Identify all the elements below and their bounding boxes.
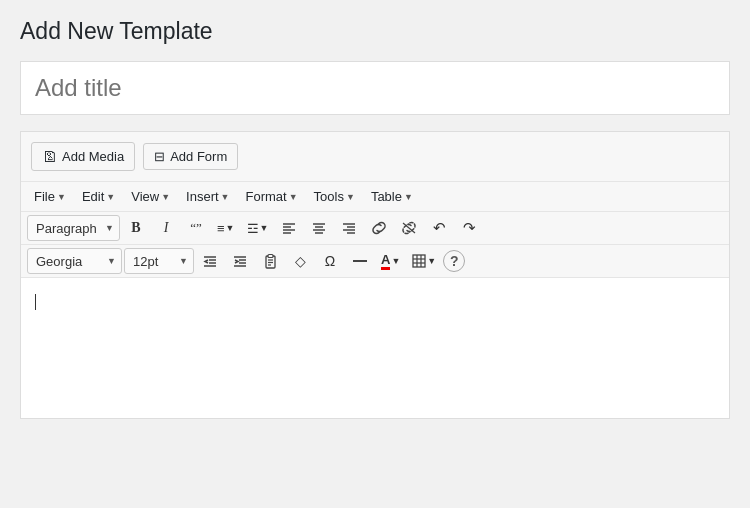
bold-button[interactable]: B	[122, 215, 150, 241]
svg-rect-22	[268, 255, 273, 258]
media-bar: 🖻 Add Media ⊟ Add Form	[21, 132, 729, 182]
align-left-button[interactable]	[275, 215, 303, 241]
add-media-button[interactable]: 🖻 Add Media	[31, 142, 135, 171]
paste-text-button[interactable]	[256, 248, 284, 274]
menu-edit[interactable]: Edit ▼	[75, 185, 122, 208]
add-form-icon: ⊟	[154, 149, 165, 164]
menu-file-arrow: ▼	[57, 192, 66, 202]
page-title: Add New Template	[20, 18, 730, 45]
size-select-wrap: 12pt 8pt 10pt 14pt 16pt ▼	[124, 248, 194, 274]
redo-button[interactable]: ↷	[455, 215, 483, 241]
align-right-button[interactable]	[335, 215, 363, 241]
font-select-wrap: Georgia Arial Times New Roman ▼	[27, 248, 122, 274]
menu-insert-arrow: ▼	[221, 192, 230, 202]
toolbar-row-2: Georgia Arial Times New Roman ▼ 12pt 8pt…	[21, 245, 729, 278]
page-container: Add New Template 🖻 Add Media ⊟ Add Form …	[0, 0, 750, 439]
add-form-button[interactable]: ⊟ Add Form	[143, 143, 238, 170]
cursor	[35, 294, 36, 310]
menu-view[interactable]: View ▼	[124, 185, 177, 208]
clear-formatting-button[interactable]: ◇	[286, 248, 314, 274]
menu-table[interactable]: Table ▼	[364, 185, 420, 208]
menu-edit-arrow: ▼	[106, 192, 115, 202]
blockquote-button[interactable]: “”	[182, 215, 210, 241]
editor-body[interactable]	[21, 278, 729, 418]
menu-tools-arrow: ▼	[346, 192, 355, 202]
undo-button[interactable]: ↶	[425, 215, 453, 241]
menu-format-arrow: ▼	[289, 192, 298, 202]
menu-bar: File ▼ Edit ▼ View ▼ Insert ▼ Format ▼ T…	[21, 182, 729, 212]
italic-button[interactable]: I	[152, 215, 180, 241]
editor-container: 🖻 Add Media ⊟ Add Form File ▼ Edit ▼ Vie…	[20, 131, 730, 419]
menu-view-arrow: ▼	[161, 192, 170, 202]
font-select[interactable]: Georgia Arial Times New Roman	[27, 248, 122, 274]
horizontal-rule-button[interactable]	[346, 248, 374, 274]
toolbar-row-1: Paragraph Heading 1 Heading 2 Heading 3 …	[21, 212, 729, 245]
paragraph-select-wrap: Paragraph Heading 1 Heading 2 Heading 3 …	[27, 215, 120, 241]
menu-tools[interactable]: Tools ▼	[307, 185, 362, 208]
title-input[interactable]	[21, 62, 729, 114]
table-button[interactable]: ▼	[407, 248, 441, 274]
size-select[interactable]: 12pt 8pt 10pt 14pt 16pt	[124, 248, 194, 274]
link-button[interactable]	[365, 215, 393, 241]
menu-file[interactable]: File ▼	[27, 185, 73, 208]
add-media-icon: 🖻	[42, 148, 57, 165]
unlink-button[interactable]	[395, 215, 423, 241]
font-color-button[interactable]: A ▼	[376, 248, 405, 274]
special-char-button[interactable]: Ω	[316, 248, 344, 274]
menu-insert[interactable]: Insert ▼	[179, 185, 236, 208]
unordered-list-button[interactable]: ≡ ▼	[212, 215, 240, 241]
ordered-list-button[interactable]: ☲ ▼	[242, 215, 274, 241]
paragraph-select[interactable]: Paragraph Heading 1 Heading 2 Heading 3	[27, 215, 120, 241]
menu-format[interactable]: Format ▼	[239, 185, 305, 208]
title-input-wrap	[20, 61, 730, 115]
add-form-label: Add Form	[170, 149, 227, 164]
add-media-label: Add Media	[62, 149, 124, 164]
menu-table-arrow: ▼	[404, 192, 413, 202]
help-button[interactable]: ?	[443, 250, 465, 272]
align-center-button[interactable]	[305, 215, 333, 241]
svg-rect-27	[413, 255, 425, 267]
indent-button[interactable]	[226, 248, 254, 274]
outdent-button[interactable]	[196, 248, 224, 274]
